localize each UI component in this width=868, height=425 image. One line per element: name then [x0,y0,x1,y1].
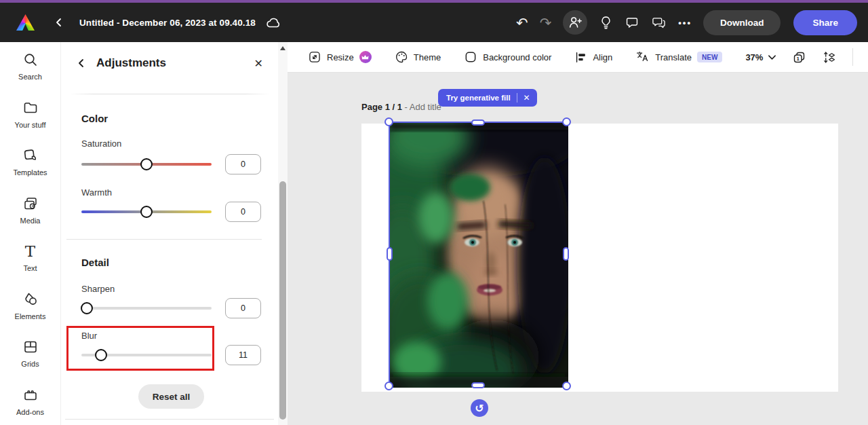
layers-icon [822,50,837,64]
sidebar-item-media[interactable]: Media [0,186,60,234]
chat-threads-button[interactable] [651,16,667,30]
panel-close-button[interactable]: ✕ [254,57,263,70]
invite-collaborators-button[interactable] [563,10,587,35]
grids-icon [22,338,39,356]
warmth-slider[interactable] [81,210,212,213]
resize-icon [308,50,321,64]
theme-button[interactable]: Theme [395,50,441,64]
theme-palette-icon [395,50,408,64]
left-sidebar: Search Your stuff Templates Media T Text… [0,42,61,425]
resize-handle-left[interactable] [387,247,393,261]
saturation-label: Saturation [81,138,121,149]
redo-button[interactable]: ↷ [540,16,552,30]
resize-button[interactable]: Resize [308,50,372,64]
page-indicator: Page 1 / 1 [361,102,402,112]
premium-crown-icon [359,51,372,63]
resize-handle-top[interactable] [471,119,485,126]
warmth-label: Warmth [81,187,112,198]
document-title: Untitled - December 06, 2023 at 09.40.18 [79,18,256,28]
canvas-area[interactable]: Page 1 / 1 - Add title Try generative fi… [288,73,868,425]
share-button[interactable]: Share [793,10,857,35]
chevron-down-icon [768,54,776,60]
cloud-sync-icon [265,16,281,29]
section-heading-detail: Detail [81,257,109,268]
sidebar-item-search[interactable]: Search [0,42,60,90]
more-options-button[interactable]: ••• [678,18,692,28]
elements-icon [22,291,39,308]
folder-icon [22,99,39,117]
divider [69,94,270,94]
sharpen-label: Sharpen [81,284,115,294]
scroll-up-arrow[interactable] [280,46,285,50]
topbar: Untitled - December 06, 2023 at 09.40.18… [0,0,868,42]
sidebar-item-templates[interactable]: Templates [0,138,60,186]
adobe-express-logo[interactable] [16,14,35,31]
context-toolbar: Resize Theme Background color Align Tran… [288,42,868,73]
divider [852,48,853,66]
resize-handle-bottom[interactable] [471,382,485,388]
resize-handle-nw[interactable] [384,117,393,126]
pages-button[interactable]: 1 [792,50,806,64]
blur-value-input[interactable]: 11 [225,345,261,365]
translate-button[interactable]: Translate NEW [635,50,722,64]
translate-icon [635,50,650,64]
sidebar-item-text[interactable]: T Text [0,234,60,282]
comment-button[interactable] [625,16,639,30]
rotate-handle[interactable]: ↺ [471,399,488,417]
add-person-icon [568,15,583,30]
lightbulb-icon [599,15,613,30]
chevron-left-icon [76,58,87,69]
add-ons-icon [22,386,39,404]
undo-button[interactable]: ↶ [516,16,528,30]
panel-back-button[interactable] [76,58,87,69]
warmth-value-input[interactable]: 0 [225,202,261,222]
ideas-button[interactable] [599,15,613,30]
panel-scrollbar[interactable] [278,42,288,425]
reset-all-button[interactable]: Reset all [138,384,204,409]
divider [66,239,262,240]
sidebar-item-your-stuff[interactable]: Your stuff [0,90,60,138]
background-color-swatch [464,50,477,64]
resize-handle-se[interactable] [562,382,571,390]
background-color-button[interactable]: Background color [464,50,551,64]
blur-highlight-box [66,326,214,371]
image-selection-frame[interactable] [389,122,567,386]
chevron-left-icon [54,17,64,28]
saturation-slider[interactable] [81,163,212,166]
svg-text:1: 1 [797,56,800,62]
page-label[interactable]: Page 1 / 1 - Add title [361,102,441,112]
sharpen-knob[interactable] [81,302,93,314]
sidebar-item-grids[interactable]: Grids [0,329,60,377]
align-button[interactable]: Align [574,51,612,64]
divider [65,419,274,420]
resize-handle-right[interactable] [563,247,569,261]
resize-handle-sw[interactable] [384,382,393,390]
search-icon [22,51,39,69]
panel-title: Adjustments [96,56,166,70]
canvas-image[interactable] [390,123,568,388]
scrollbar-thumb[interactable] [279,181,286,420]
text-icon: T [25,242,35,260]
zoom-level-dropdown[interactable]: 37% [745,52,776,62]
sidebar-item-elements[interactable]: Elements [0,282,60,330]
download-button[interactable]: Download [703,10,781,35]
saturation-value-input[interactable]: 0 [225,154,261,174]
tooltip-close-icon[interactable]: ✕ [524,93,530,103]
divider [517,93,517,103]
section-heading-color: Color [81,113,108,124]
warmth-knob[interactable] [140,206,153,218]
sharpen-slider[interactable] [81,307,212,310]
sharpen-value-input[interactable]: 0 [225,298,261,318]
new-badge: NEW [697,52,722,62]
sidebar-item-add-ons[interactable]: Add-ons [0,377,60,425]
align-icon [574,51,587,64]
templates-icon [22,147,39,164]
reorder-layers-button[interactable] [822,50,837,64]
adjustments-panel: Adjustments ✕ Color Saturation 0 Warmth … [61,42,278,425]
generative-fill-tooltip[interactable]: Try generative fill ✕ [438,89,537,107]
back-button[interactable] [54,17,64,28]
resize-handle-ne[interactable] [562,117,571,126]
saturation-knob[interactable] [140,158,153,170]
add-title-placeholder[interactable]: - Add title [405,102,441,112]
comment-icon [625,16,639,30]
